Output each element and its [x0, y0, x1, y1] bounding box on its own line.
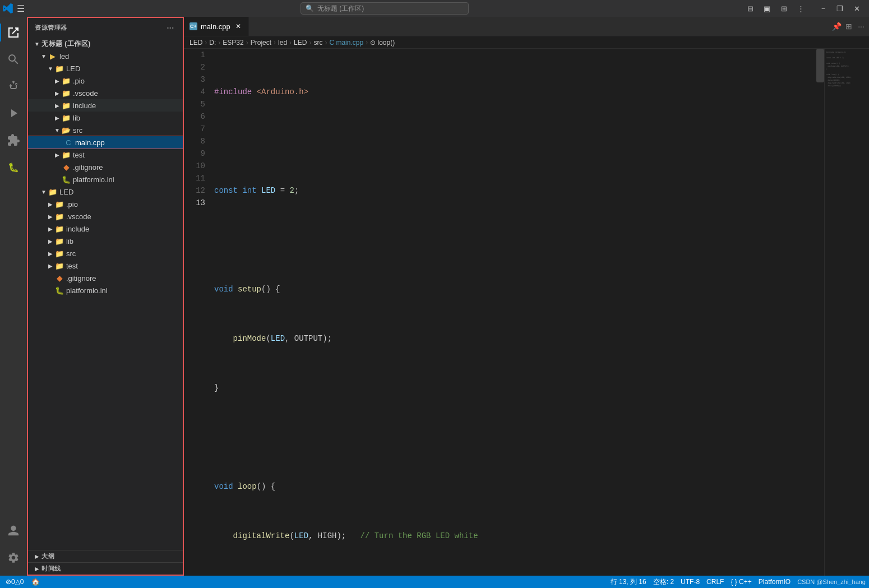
led-label: led — [59, 52, 69, 61]
tab-bar-right: 📌 ⊞ ··· — [829, 17, 869, 36]
status-spaces[interactable]: 空格: 2 — [650, 576, 677, 588]
sidebar-item-vscode1[interactable]: ▶ 📁 .vscode — [28, 87, 183, 99]
tab-close-button[interactable]: ✕ — [234, 22, 243, 31]
status-csdn[interactable]: CSDN @Shen_zhi_hang — [794, 576, 869, 588]
status-eol[interactable]: CRLF — [703, 576, 727, 588]
activity-item-accounts[interactable] — [0, 517, 27, 544]
folder-icon: 📁 — [55, 249, 64, 258]
folder-icon: 📁 — [55, 200, 64, 209]
hamburger-menu-icon[interactable]: ☰ — [17, 3, 25, 14]
sidebar-item-led[interactable]: ▼ ▶ led — [28, 50, 183, 62]
new-file-button[interactable]: ··· — [165, 22, 176, 34]
sidebar-item-vscode2[interactable]: ▶ 📁 .vscode — [28, 210, 183, 223]
eol-text: CRLF — [706, 578, 724, 586]
status-platformio[interactable]: PlatformIO — [755, 576, 794, 588]
status-encoding[interactable]: UTF-8 — [677, 576, 703, 588]
sidebar-item-test2[interactable]: ▶ 📁 test — [28, 260, 183, 272]
code-line-6: pinMode(LED, OUTPUT); — [212, 332, 824, 345]
sidebar-item-platformio2[interactable]: 🐛 platformio.ini — [28, 284, 183, 297]
breadcrumb-esp32[interactable]: ESP32 — [223, 39, 243, 47]
activity-item-settings[interactable] — [0, 544, 27, 571]
sidebar-item-platformio1[interactable]: 🐛 platformio.ini — [28, 173, 183, 186]
breadcrumb-LED2[interactable]: LED — [294, 39, 307, 47]
activity-item-explorer[interactable] — [0, 19, 27, 46]
sidebar-item-LED1[interactable]: ▼ 📁 LED — [28, 62, 183, 75]
split-editor-button[interactable]: ⊞ — [843, 21, 854, 32]
sidebar-item-include1[interactable]: ▶ 📁 include — [28, 99, 183, 112]
breadcrumb-maincpp[interactable]: C main.cpp — [329, 39, 363, 47]
breadcrumb-src[interactable]: src — [313, 39, 322, 47]
LED1-label: LED — [66, 64, 80, 73]
lib1-label: lib — [73, 114, 80, 122]
error-icon: ⊘ — [6, 578, 11, 586]
folder-icon: 📂 — [62, 126, 71, 135]
pio1-arrow-icon: ▶ — [53, 76, 62, 85]
sidebar-toggle-button[interactable]: ▣ — [759, 2, 775, 15]
tab-maincpp[interactable]: C+ main.cpp ✕ — [184, 17, 249, 36]
platformio2-arrow-icon — [46, 286, 55, 295]
folder-icon: 📁 — [62, 113, 71, 122]
sidebar-item-pio1[interactable]: ▶ 📁 .pio — [28, 75, 183, 87]
editor-scrollbar[interactable] — [816, 49, 824, 576]
workspace-label: 无标题 (工作区) — [41, 39, 91, 49]
maximize-button[interactable]: ❐ — [832, 2, 848, 15]
breadcrumb-LED[interactable]: LED — [189, 39, 202, 47]
sidebar-item-LED2[interactable]: ▼ 📁 LED — [28, 186, 183, 198]
encoding-text: UTF-8 — [681, 578, 700, 586]
panel-toggle-button[interactable]: ⊟ — [742, 2, 758, 15]
status-errors[interactable]: ⊘ 0 △ 0 — [2, 576, 27, 588]
tab-file-icon: C+ — [189, 22, 197, 30]
timeline-panel[interactable]: ▶ 时间线 — [28, 562, 183, 575]
line-numbers: 1 2 3 4 5 6 7 8 9 10 11 12 13 — [184, 49, 212, 576]
csdn-text: CSDN @Shen_zhi_hang — [797, 578, 866, 585]
status-line-col[interactable]: 行 13, 列 16 — [607, 576, 650, 588]
vscode2-label: .vscode — [66, 212, 91, 221]
lib2-label: lib — [66, 237, 73, 246]
sidebar-item-gitignore2[interactable]: ◆ .gitignore — [28, 272, 183, 284]
breadcrumb-D[interactable]: D: — [209, 39, 216, 47]
more-actions-button[interactable]: ··· — [856, 21, 867, 32]
vscode1-label: .vscode — [73, 89, 98, 98]
breadcrumb-project[interactable]: Project — [251, 39, 271, 47]
scrollbar-thumb[interactable] — [816, 49, 824, 82]
sidebar-item-maincpp[interactable]: C main.cpp — [28, 136, 183, 149]
sidebar-item-src1[interactable]: ▼ 📂 src — [28, 124, 183, 136]
status-bar: ⊘ 0 △ 0 🏠 行 13, 列 16 空格: 2 UTF-8 CRLF { … — [0, 576, 869, 588]
sidebar-item-include2[interactable]: ▶ 📁 include — [28, 223, 183, 235]
activity-item-platformio[interactable]: 🐛 — [0, 154, 27, 180]
breadcrumb-loop[interactable]: ⊙ loop() — [370, 39, 395, 47]
pio2-arrow-icon: ▶ — [46, 200, 55, 209]
minimize-button[interactable]: － — [815, 2, 831, 15]
sidebar-item-gitignore1[interactable]: ◆ .gitignore — [28, 161, 183, 173]
activity-item-source-control[interactable] — [0, 73, 27, 100]
sidebar-item-pio2[interactable]: ▶ 📁 .pio — [28, 198, 183, 210]
maincpp-label: main.cpp — [75, 138, 105, 147]
activity-item-run[interactable] — [0, 100, 27, 127]
sidebar-item-lib1[interactable]: ▶ 📁 lib — [28, 112, 183, 124]
activity-item-extensions[interactable] — [0, 127, 27, 154]
tab-bar: C+ main.cpp ✕ 📌 ⊞ ··· — [184, 17, 869, 36]
sidebar-item-test1[interactable]: ▶ 📁 test — [28, 149, 183, 161]
outline-panel[interactable]: ▶ 大纲 — [28, 550, 183, 562]
sidebar-item-src2[interactable]: ▶ 📁 src — [28, 247, 183, 260]
breadcrumb-led[interactable]: led — [278, 39, 287, 47]
led-arrow-icon: ▼ — [39, 52, 48, 61]
code-line-9: void loop() { — [212, 480, 824, 493]
status-home[interactable]: 🏠 — [28, 576, 43, 588]
gitignore-icon: ◆ — [62, 163, 71, 172]
platformio1-arrow-icon — [53, 175, 62, 184]
sidebar-item-lib2[interactable]: ▶ 📁 lib — [28, 235, 183, 247]
customize-layout-button[interactable]: ⋮ — [793, 2, 808, 15]
title-search-bar[interactable]: 🔍 无标题 (工作区) — [301, 2, 469, 15]
gitignore-icon: ◆ — [55, 274, 64, 283]
layout-button[interactable]: ⊞ — [776, 2, 792, 15]
sidebar-item-workspace[interactable]: ▼ 无标题 (工作区) — [28, 38, 183, 50]
code-content[interactable]: #include <Arduino.h> const int LED = 2; … — [212, 49, 824, 576]
breadcrumb: LED › D: › ESP32 › Project › led › LED ›… — [184, 36, 869, 49]
pin-button[interactable]: 📌 — [831, 21, 842, 32]
folder-icon: 📁 — [55, 261, 64, 270]
sidebar-header-icons: ··· — [165, 22, 176, 34]
activity-item-search[interactable] — [0, 46, 27, 73]
status-language[interactable]: { } C++ — [727, 576, 755, 588]
close-button[interactable]: ✕ — [849, 2, 865, 15]
